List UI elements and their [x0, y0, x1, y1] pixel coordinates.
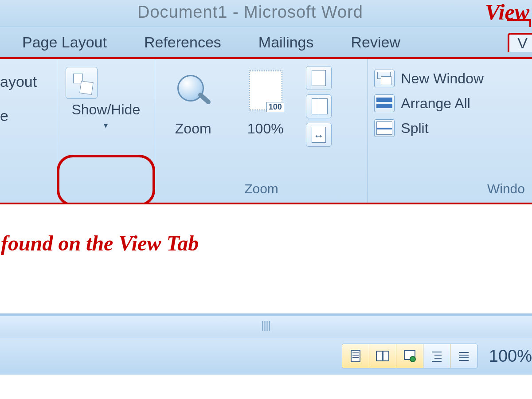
scrollbar-grip-icon — [262, 321, 270, 331]
split-icon — [374, 119, 395, 137]
svg-rect-0 — [351, 350, 360, 362]
web-page-icon — [402, 348, 417, 364]
status-draft-button[interactable] — [450, 344, 477, 368]
new-window-icon — [374, 70, 395, 87]
ribbon-tabstrip: Page Layout References Mailings Review V — [0, 27, 532, 59]
document-pane: found on the View Tab — [0, 204, 532, 315]
page-width-button[interactable] — [306, 123, 332, 147]
zoom-label: Zoom — [160, 116, 227, 145]
tab-references[interactable]: References — [125, 31, 240, 54]
svg-point-7 — [410, 356, 415, 362]
titlebar: Document1 - Microsoft Word View — [0, 0, 532, 27]
tab-review[interactable]: Review — [332, 31, 419, 54]
zoom-presets — [304, 63, 332, 147]
ribbon-view: ayout e Show/Hide ▾ — [0, 59, 532, 204]
arrange-all-icon — [374, 94, 395, 112]
svg-rect-4 — [376, 351, 382, 361]
status-zoom-level[interactable]: 100% — [489, 347, 532, 366]
group-show-hide: Show/Hide ▾ — [57, 59, 155, 203]
arrange-all-label: Arrange All — [401, 95, 470, 112]
annotation-found-on-view-tab: found on the View Tab — [0, 231, 199, 255]
status-outline-button[interactable] — [423, 344, 450, 368]
book-icon — [375, 348, 390, 364]
tab-view[interactable]: V — [508, 33, 532, 52]
window-title: Document1 - Microsoft Word — [137, 3, 363, 22]
show-hide-icon — [66, 67, 98, 99]
split-button[interactable]: Split — [372, 117, 430, 140]
status-web-layout-button[interactable] — [396, 344, 423, 368]
group-caption-showhide — [62, 181, 150, 203]
outline-icon — [429, 348, 444, 364]
new-window-label: New Window — [401, 70, 484, 87]
group-zoom: Zoom 100 100% Zoom — [155, 59, 368, 203]
view-mode-tray — [342, 344, 477, 368]
btn-outline-partial[interactable]: e — [0, 107, 37, 125]
group-document-views: ayout e — [0, 59, 57, 203]
group-caption-window: Windo — [372, 181, 528, 203]
tab-mailings[interactable]: Mailings — [240, 31, 332, 54]
horizontal-scrollbar[interactable] — [0, 315, 532, 337]
zoom-button[interactable]: Zoom — [160, 63, 227, 145]
split-label: Split — [401, 120, 428, 137]
group-caption-views — [0, 181, 52, 203]
hundred-percent-button[interactable]: 100 100% — [230, 63, 301, 145]
arrange-all-button[interactable]: Arrange All — [372, 92, 472, 115]
status-print-layout-button[interactable] — [342, 344, 369, 368]
chevron-down-icon: ▾ — [66, 121, 146, 130]
page-100-icon: 100 — [244, 70, 287, 114]
page-100-tag: 100 — [266, 102, 284, 112]
statusbar: 100% — [0, 337, 532, 375]
hundred-percent-label: 100% — [230, 116, 301, 145]
status-full-screen-reading-button[interactable] — [369, 344, 396, 368]
page-icon — [348, 348, 363, 364]
group-caption-zoom: Zoom — [160, 181, 364, 203]
one-page-button[interactable] — [306, 66, 332, 90]
svg-rect-5 — [383, 351, 389, 361]
tab-page-layout[interactable]: Page Layout — [4, 31, 125, 54]
show-hide-label: Show/Hide — [66, 99, 146, 121]
magnifier-icon — [175, 73, 212, 110]
annotation-arrow — [507, 19, 531, 27]
draft-icon — [456, 348, 471, 364]
group-window: New Window Arrange All Split Windo — [368, 59, 532, 203]
two-pages-button[interactable] — [306, 94, 332, 118]
btn-web-layout-partial[interactable]: ayout — [0, 73, 37, 90]
new-window-button[interactable]: New Window — [372, 67, 485, 90]
show-hide-button[interactable]: Show/Hide ▾ — [66, 63, 146, 130]
